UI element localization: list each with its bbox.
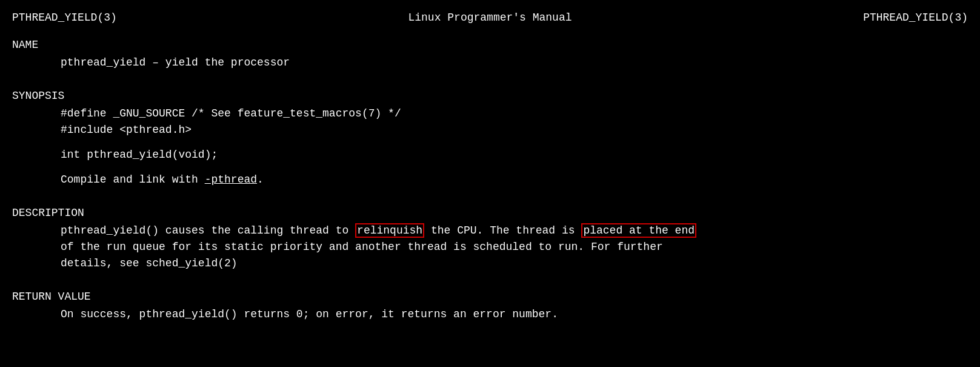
man-header: PTHREAD_YIELD(3) Linux Programmer's Manu… [12,10,968,26]
section-return-title: RETURN VALUE [12,289,968,305]
synopsis-link-flag: -pthread [205,173,257,186]
section-name-title: NAME [12,37,968,53]
section-return-content: On success, pthread_yield() returns 0; o… [61,306,968,323]
header-left: PTHREAD_YIELD(3) [12,10,117,26]
description-line3: details, see sched_yield(2) [61,255,968,272]
highlight-relinquish: relinquish [355,223,424,238]
description-line2: of the run queue for its static priority… [61,239,968,255]
section-synopsis-title: SYNOPSIS [12,88,968,104]
section-name-content: pthread_yield – yield the processor [61,55,968,71]
description-line1: pthread_yield() causes the calling threa… [61,223,968,239]
man-page: PTHREAD_YIELD(3) Linux Programmer's Manu… [12,10,968,323]
highlight-placed-at-end: placed at the end [581,223,696,238]
section-synopsis-content: #define _GNU_SOURCE /* See feature_test_… [61,106,968,188]
section-description-content: pthread_yield() causes the calling threa… [61,223,968,272]
synopsis-function: int pthread_yield(void); [61,147,968,163]
synopsis-include: #include <pthread.h> [61,122,968,138]
header-center: Linux Programmer's Manual [408,10,572,26]
header-right: PTHREAD_YIELD(3) [863,10,968,26]
section-description-title: DESCRIPTION [12,205,968,221]
synopsis-compile: Compile and link with -pthread. [61,172,968,188]
synopsis-define: #define _GNU_SOURCE /* See feature_test_… [61,106,968,122]
